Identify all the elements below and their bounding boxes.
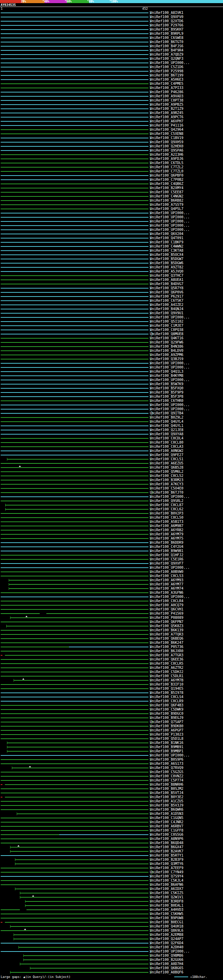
hit-label[interactable]: UniRef100_C0CLS4 [150, 695, 183, 699]
hit-label[interactable]: UniRef100_C6TDL5 [150, 161, 183, 165]
hit-line[interactable] [1, 329, 148, 330]
hit-line[interactable] [1, 50, 148, 51]
hit-line[interactable] [20, 897, 148, 897]
hit-label[interactable]: UniRef100_Q869L6 [150, 929, 183, 932]
hit-label[interactable]: UniRef100_B4F9R4 [150, 49, 183, 52]
hit-label[interactable]: UniRef100_B5OCX4 [150, 253, 183, 256]
hit-line[interactable] [1, 542, 148, 543]
hit-line[interactable] [30, 968, 148, 969]
hit-line[interactable] [1, 75, 148, 76]
hit-label[interactable]: UniRef100_A2DH40 [150, 946, 183, 949]
hit-label[interactable]: UniRef100_A6YM77 [150, 583, 183, 586]
hit-line[interactable] [1, 129, 148, 130]
hit-label[interactable]: UniRef100_B1NK16 [150, 741, 183, 745]
hit-label[interactable]: UniRef100_C0CLR9 [150, 700, 183, 703]
hit-line[interactable] [1, 730, 148, 731]
hit-line[interactable] [1, 259, 148, 259]
hit-line[interactable] [6, 626, 148, 627]
hit-line[interactable] [1, 718, 148, 718]
hit-line[interactable] [20, 964, 148, 964]
hit-line[interactable] [1, 713, 148, 714]
hit-line[interactable] [1, 29, 148, 30]
hit-label[interactable]: UniRef100_P41116 [150, 124, 183, 127]
hit-label[interactable]: UniRef100_A8N9P6 [150, 837, 183, 841]
hit-label[interactable]: UniRef100_A6YM7B [150, 679, 183, 682]
hit-line[interactable] [1, 142, 148, 143]
hit-label[interactable]: UniRef100_B4KYM8 [150, 374, 183, 377]
hit-line[interactable] [1, 242, 148, 243]
hit-line[interactable] [10, 847, 148, 848]
hit-line[interactable] [1, 855, 148, 856]
hit-line[interactable] [1, 792, 148, 793]
hit-line[interactable] [1, 217, 148, 218]
hit-label[interactable]: UniRef100_Q2HEK0 [150, 145, 183, 148]
hit-line[interactable] [1, 288, 148, 288]
hit-line[interactable] [1, 538, 148, 539]
hit-line[interactable] [23, 959, 148, 960]
hit-label[interactable]: UniRef100_C0CL62 [150, 508, 183, 511]
hit-line[interactable] [1, 722, 148, 722]
hit-label[interactable]: UniRef100_UPI000... [150, 403, 189, 407]
hit-label[interactable]: UniRef100_B5RTY1 [150, 854, 183, 857]
hit-line[interactable] [1, 805, 148, 806]
hit-line[interactable] [14, 680, 148, 681]
hit-label[interactable]: UniRef100_A5B1T3 [150, 520, 183, 523]
hit-line[interactable] [1, 380, 148, 380]
hit-line[interactable] [1, 225, 148, 226]
hit-label[interactable]: UniRef100_UPI000... [150, 361, 189, 365]
hit-line[interactable] [1, 371, 148, 372]
hit-label[interactable]: UniRef100_UPI000... [150, 950, 189, 953]
hit-line[interactable] [1, 417, 148, 418]
hit-label[interactable]: UniRef100_C5EE87 [150, 191, 183, 194]
hit-line[interactable] [1, 42, 148, 42]
hit-line[interactable] [1, 676, 148, 676]
hit-label[interactable]: UniRef100_A6YM74 [150, 587, 183, 590]
hit-line[interactable] [1, 396, 148, 397]
hit-line[interactable] [1, 88, 148, 88]
hit-line[interactable] [1, 422, 148, 422]
hit-line[interactable] [1, 830, 148, 831]
hit-label[interactable]: UniRef100_B6AFN6 [150, 883, 183, 886]
hit-line[interactable] [14, 934, 148, 935]
hit-line[interactable] [1, 100, 148, 101]
hit-label[interactable]: UniRef100_B6QWR6 [150, 808, 183, 811]
hit-line[interactable] [1, 671, 148, 672]
hit-label[interactable]: UniRef100_A2EM88 [150, 933, 183, 937]
hit-line[interactable] [1, 784, 2, 785]
hit-line[interactable] [1, 350, 148, 351]
hit-label[interactable]: UniRef100_B0Y3E2 [150, 795, 183, 799]
hit-line[interactable] [9, 588, 148, 589]
hit-label[interactable]: UniRef100_C0CL80 [150, 441, 183, 444]
hit-label[interactable]: UniRef100_C5KJL4 [150, 879, 183, 882]
hit-line[interactable] [1, 238, 148, 239]
hit-line[interactable] [1, 304, 148, 305]
hit-line[interactable] [1, 33, 148, 34]
hit-line[interactable] [1, 338, 148, 339]
hit-line[interactable] [1, 138, 148, 138]
hit-label[interactable]: UniRef100_B4LDV0 [150, 349, 183, 353]
hit-line[interactable] [1, 643, 148, 643]
hit-label[interactable]: UniRef100_B2XMY4 [150, 186, 183, 190]
hit-line[interactable] [25, 901, 148, 902]
hit-line[interactable] [18, 947, 148, 948]
hit-label[interactable]: UniRef100_Q194E5 [150, 687, 183, 690]
hit-line[interactable] [1, 705, 148, 706]
hit-label[interactable]: UniRef100_C7TZL2 [150, 165, 183, 169]
hit-label[interactable]: UniRef100_Q3MTY6 [150, 862, 183, 865]
hit-line[interactable] [1, 401, 148, 401]
hit-line[interactable] [1, 826, 148, 827]
hit-line[interactable] [69, 647, 148, 647]
hit-line[interactable] [1, 255, 148, 255]
hit-line[interactable] [5, 784, 148, 785]
hit-label[interactable]: UniRef100_A0BVW0 [150, 570, 183, 574]
hit-label[interactable]: UniRef100_Q4UH18 [150, 925, 183, 928]
hit-label[interactable]: UniRef100_UPI000... [150, 754, 189, 757]
hit-label[interactable]: UniRef100_B9DGC0 [150, 712, 183, 716]
hit-line[interactable] [1, 943, 148, 943]
hit-label[interactable]: UniRef100_C0CL87 [150, 503, 183, 507]
hit-label[interactable]: UniRef100_Q4P5L7 [150, 207, 183, 211]
hit-label[interactable]: UniRef100_B3RDF8 [150, 900, 183, 903]
hit-label[interactable]: UniRef100_Q6B528 [150, 466, 183, 469]
hit-line[interactable] [1, 234, 148, 234]
hit-line[interactable] [1, 321, 148, 322]
